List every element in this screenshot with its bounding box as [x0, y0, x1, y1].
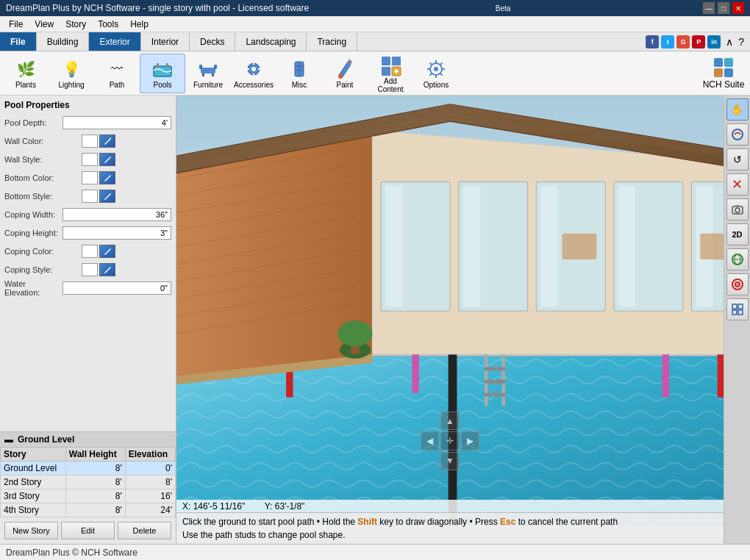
pinterest-icon[interactable]: P: [692, 35, 705, 49]
tool-furniture[interactable]: Furniture: [185, 54, 231, 93]
menu-file[interactable]: File: [3, 18, 29, 31]
minimize-button[interactable]: —: [703, 2, 715, 14]
tool-plants[interactable]: 🌿 Plants: [3, 54, 49, 93]
nav-down-button[interactable]: ▼: [440, 452, 459, 470]
hand-tool-button[interactable]: ✋: [726, 98, 749, 121]
tool-paint[interactable]: Paint: [322, 54, 368, 93]
tab-landscaping[interactable]: Landscaping: [235, 32, 307, 51]
bottom-color-picker[interactable]: [99, 171, 115, 184]
table-row[interactable]: 2nd Story 8' 8': [1, 475, 176, 489]
coping-height-row: Coping Height:: [4, 225, 171, 241]
tool-add-content[interactable]: Add Content: [368, 54, 413, 93]
new-story-button[interactable]: New Story: [4, 522, 58, 539]
menu-story[interactable]: Story: [60, 18, 92, 31]
instruction-bar: Click the ground to start pool path • Ho…: [176, 512, 724, 544]
svg-point-133: [732, 129, 743, 140]
ground-level-header[interactable]: ▬ Ground Level: [0, 432, 176, 447]
coping-style-label: Coping Style:: [4, 265, 82, 274]
coping-style-swatch[interactable]: [82, 263, 98, 276]
nav-up-button[interactable]: ▲: [440, 412, 459, 430]
wall-color-swatch[interactable]: [82, 134, 98, 148]
nch-suite-button[interactable]: NCH Suite: [700, 54, 747, 93]
wall-style-swatch[interactable]: [82, 153, 98, 166]
help-icon[interactable]: ?: [738, 36, 744, 48]
nav-left-button[interactable]: ◀: [421, 431, 439, 450]
coping-style-picker[interactable]: [99, 263, 115, 276]
right-toolbar: ✋ ↺ ✕ 2D: [724, 96, 750, 544]
google-icon[interactable]: G: [676, 35, 690, 49]
story-buttons: New Story Edit Delete: [0, 517, 176, 544]
table-row[interactable]: Ground Level 8' 0': [1, 462, 176, 475]
target-button[interactable]: [726, 273, 749, 295]
linkedin-icon[interactable]: in: [707, 35, 721, 49]
water-elevation-row: Water Elevation:: [4, 280, 171, 296]
bottom-style-picker[interactable]: [99, 190, 115, 203]
coping-width-input[interactable]: [63, 208, 171, 221]
tab-bar: File Building Exterior Interior Decks La…: [0, 32, 750, 51]
coping-style-row: Coping Style:: [4, 262, 171, 278]
nav-center-button[interactable]: ✛: [440, 431, 459, 450]
bottom-color-swatch[interactable]: [82, 171, 98, 184]
svg-rect-136: [735, 205, 740, 207]
coping-color-row: Coping Color:: [4, 243, 171, 259]
camera-button[interactable]: [726, 198, 749, 220]
nav-right-button[interactable]: ▶: [461, 431, 479, 450]
menu-tools[interactable]: Tools: [92, 18, 124, 31]
coping-color-swatch[interactable]: [82, 245, 98, 258]
canvas-area[interactable]: ▲ ◀ ✛ ▶ ▼ X: 146'-5 11/16" Y: 63'-1/8" C…: [176, 96, 724, 544]
close-tool-button[interactable]: ✕: [726, 173, 749, 195]
svg-rect-5: [214, 65, 217, 69]
grid-button[interactable]: [726, 298, 749, 320]
coping-height-input[interactable]: [63, 226, 171, 240]
svg-rect-81: [485, 354, 488, 406]
tab-interior[interactable]: Interior: [141, 32, 190, 51]
svg-rect-27: [110, 137, 111, 139]
tool-path[interactable]: 〰 Path: [94, 54, 140, 93]
tool-accessories[interactable]: Accessories: [231, 54, 276, 93]
svg-rect-6: [202, 73, 204, 76]
edit-button[interactable]: Edit: [61, 522, 115, 539]
wall-style-picker[interactable]: [99, 153, 115, 166]
twitter-icon[interactable]: t: [661, 35, 674, 49]
svg-rect-17: [382, 67, 390, 76]
table-row[interactable]: 3rd Story 8' 16': [1, 489, 176, 503]
orbit-tool-button[interactable]: [726, 123, 749, 146]
chevron-up-icon[interactable]: ∧: [726, 36, 733, 48]
tab-decks[interactable]: Decks: [190, 32, 235, 51]
pool-properties-panel: Pool Properties Pool Depth: Wall Color: …: [0, 96, 176, 431]
water-elevation-input[interactable]: [63, 281, 171, 295]
story-wall-height: 8': [65, 475, 125, 489]
tool-options[interactable]: Options: [413, 54, 459, 93]
undo-tool-button[interactable]: ↺: [726, 148, 749, 170]
menu-view[interactable]: View: [29, 18, 60, 31]
beta-label: Beta: [496, 4, 511, 12]
3d-view-button[interactable]: [726, 248, 749, 270]
2d-view-button[interactable]: 2D: [726, 223, 749, 245]
coping-color-picker[interactable]: [99, 245, 115, 258]
tool-misc[interactable]: Misc: [276, 54, 322, 93]
svg-point-22: [434, 67, 438, 71]
bottom-style-swatch[interactable]: [82, 190, 98, 203]
col-elevation: Elevation: [125, 448, 175, 462]
tool-pools[interactable]: Pools: [140, 54, 185, 93]
status-text: DreamPlan Plus © NCH Software: [6, 548, 138, 558]
close-button[interactable]: ✕: [732, 2, 744, 14]
pool-depth-input[interactable]: [63, 116, 171, 129]
wall-color-picker[interactable]: [99, 134, 115, 148]
menu-help[interactable]: Help: [124, 18, 154, 31]
svg-point-14: [338, 74, 343, 79]
svg-point-142: [737, 284, 738, 285]
facebook-icon[interactable]: f: [646, 35, 659, 49]
delete-button[interactable]: Delete: [118, 522, 171, 539]
tool-lighting[interactable]: 💡 Lighting: [49, 54, 94, 93]
table-row[interactable]: 4th Story 8' 24': [1, 503, 176, 517]
bottom-color-label: Bottom Color:: [4, 173, 82, 182]
svg-rect-7: [212, 73, 214, 76]
tab-exterior[interactable]: Exterior: [89, 32, 140, 51]
maximize-button[interactable]: □: [718, 2, 729, 14]
ground-level-collapse-icon: ▬: [4, 434, 13, 445]
main-area: Pool Properties Pool Depth: Wall Color: …: [0, 96, 750, 544]
tab-file[interactable]: File: [0, 32, 37, 51]
tab-tracing[interactable]: Tracing: [307, 32, 357, 51]
tab-building[interactable]: Building: [37, 32, 90, 51]
